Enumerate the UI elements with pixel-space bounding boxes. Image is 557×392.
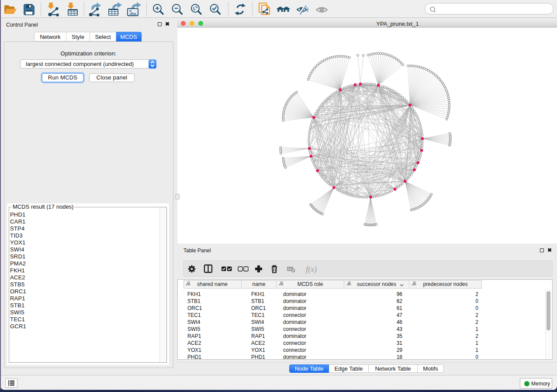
- svg-text:f(x): f(x): [306, 265, 317, 274]
